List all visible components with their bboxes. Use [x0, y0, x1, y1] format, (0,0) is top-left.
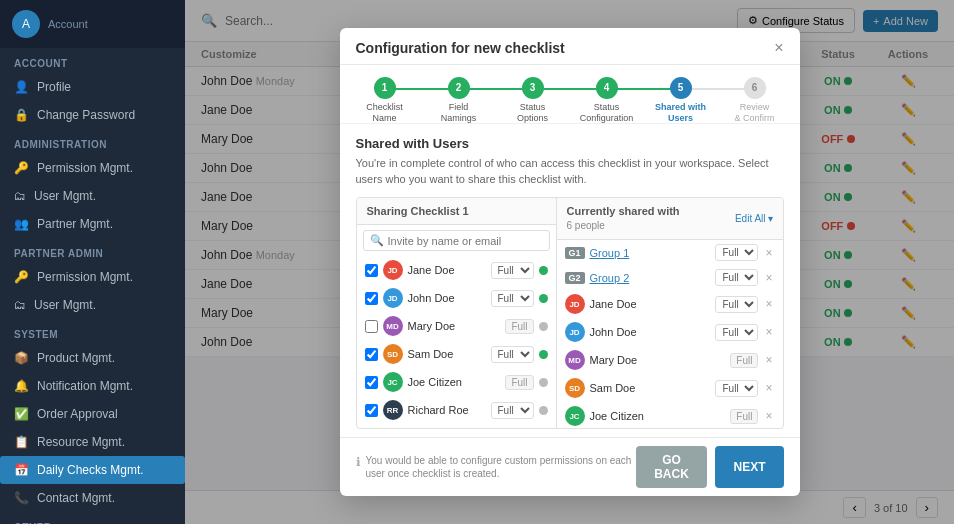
sidebar: A Account ACCOUNT 👤 Profile 🔒 Change Pas…	[0, 0, 185, 524]
joe-remove-button[interactable]: ×	[763, 409, 774, 423]
jane-perm-select[interactable]: Full	[491, 262, 534, 279]
right-col-header: Currently shared with 6 people Edit All …	[557, 198, 783, 240]
sam-remove-button[interactable]: ×	[763, 381, 774, 395]
john-right-perm-select[interactable]: Full	[715, 324, 758, 341]
key-icon: 🔑	[14, 161, 29, 175]
user-name: Jane Doe	[590, 298, 711, 310]
jane-checkbox[interactable]	[365, 264, 378, 277]
green-indicator	[539, 350, 548, 359]
step-3-label: StatusOptions	[517, 102, 548, 124]
step-3-circle: 3	[522, 77, 544, 99]
step-2-circle: 2	[448, 77, 470, 99]
step-1-label: ChecklistName	[366, 102, 403, 124]
joe-checkbox[interactable]	[365, 376, 378, 389]
sidebar-user-mgmt-2-label: User Mgmt.	[34, 298, 96, 312]
list-item: MD Mary Doe Full	[357, 312, 556, 340]
group1-name[interactable]: Group 1	[590, 247, 711, 259]
modal-overlay: Configuration for new checklist × 1 Chec…	[185, 0, 954, 524]
sidebar-item-product-mgmt[interactable]: 📦 Product Mgmt.	[0, 344, 185, 372]
richard-perm-select[interactable]: Full	[491, 402, 534, 419]
bell-icon: 🔔	[14, 379, 29, 393]
list-item: JD Jane Doe Full	[357, 256, 556, 284]
step-5: 5 Shared withUsers	[644, 77, 718, 124]
footer-note-text: You would be able to configure custom pe…	[366, 454, 636, 480]
group1-label: G1	[565, 247, 585, 259]
system-section-title: SYSTEM	[0, 319, 185, 344]
administration-section: ADMINISTRATION 🔑 Permission Mgmt. 🗂 User…	[0, 129, 185, 238]
step-3: 3 StatusOptions	[496, 77, 570, 124]
edit-all-button[interactable]: Edit All ▾	[735, 213, 773, 224]
sidebar-item-profile[interactable]: 👤 Profile	[0, 73, 185, 101]
avatar: SD	[565, 378, 585, 398]
green-indicator	[539, 266, 548, 275]
sidebar-permission-mgmt-label: Permission Mgmt.	[37, 161, 133, 175]
joe-right-perm-badge: Full	[730, 409, 758, 424]
sam-checkbox[interactable]	[365, 348, 378, 361]
list-item: JC Joe Citizen Full ×	[557, 402, 783, 428]
sidebar-item-resource-mgmt[interactable]: 📋 Resource Mgmt.	[0, 428, 185, 456]
search-wrapper: 🔍	[357, 225, 556, 256]
shared-with-users-title: Shared with Users	[356, 136, 784, 151]
sidebar-item-partner-mgmt[interactable]: 👥 Partner Mgmt.	[0, 210, 185, 238]
jane-remove-button[interactable]: ×	[763, 297, 774, 311]
avatar: RR	[383, 400, 403, 420]
left-col-header: Sharing Checklist 1	[357, 198, 556, 225]
green-indicator	[539, 294, 548, 303]
sidebar-item-notification-mgmt[interactable]: 🔔 Notification Mgmt.	[0, 372, 185, 400]
info-icon: ℹ	[356, 455, 361, 469]
grey-indicator	[539, 322, 548, 331]
main-content: 🔍 ⚙ Configure Status + Add New Customize…	[185, 0, 954, 524]
account-section-title: ACCOUNT	[0, 48, 185, 73]
group2-label: G2	[565, 272, 585, 284]
go-back-button[interactable]: GO BACK	[636, 446, 708, 488]
group2-remove-button[interactable]: ×	[763, 271, 774, 285]
step-4-circle: 4	[596, 77, 618, 99]
partner-admin-section-title: PARTNER ADMIN	[0, 238, 185, 263]
sidebar-item-user-mgmt-admin[interactable]: 🗂 User Mgmt.	[0, 182, 185, 210]
step-4-label: StatusConfiguration	[580, 102, 634, 124]
sidebar-logo-icon: A	[12, 10, 40, 38]
group2-name[interactable]: Group 2	[590, 272, 711, 284]
folder2-icon: 🗂	[14, 298, 26, 312]
sidebar-item-change-password[interactable]: 🔒 Change Password	[0, 101, 185, 129]
sidebar-item-permission-mgmt-2[interactable]: 🔑 Permission Mgmt.	[0, 263, 185, 291]
avatar: JD	[383, 260, 403, 280]
sidebar-partner-mgmt-label: Partner Mgmt.	[37, 217, 113, 231]
john-remove-button[interactable]: ×	[763, 325, 774, 339]
sidebar-item-daily-checks[interactable]: 📅 Daily Checks Mgmt.	[0, 456, 185, 484]
account-section: ACCOUNT 👤 Profile 🔒 Change Password	[0, 48, 185, 129]
richard-checkbox[interactable]	[365, 404, 378, 417]
right-column: Currently shared with 6 people Edit All …	[557, 198, 783, 428]
step-2: 2 FieldNamings	[422, 77, 496, 124]
mary-checkbox[interactable]	[365, 320, 378, 333]
sidebar-item-permission-mgmt[interactable]: 🔑 Permission Mgmt.	[0, 154, 185, 182]
user-name: Jane Doe	[408, 264, 486, 276]
jane-right-perm-select[interactable]: Full	[715, 296, 758, 313]
next-button[interactable]: NEXT	[715, 446, 783, 488]
user-name: Mary Doe	[408, 320, 501, 332]
sam-perm-select[interactable]: Full	[491, 346, 534, 363]
sidebar-top: A Account	[0, 0, 185, 48]
sidebar-account-label: Account	[48, 18, 88, 30]
sidebar-item-contact-mgmt[interactable]: 📞 Contact Mgmt.	[0, 484, 185, 512]
left-user-list: JD Jane Doe Full JD John Doe Full	[357, 256, 556, 428]
modal-header: Configuration for new checklist ×	[340, 28, 800, 65]
john-perm-select[interactable]: Full	[491, 290, 534, 307]
modal-close-button[interactable]: ×	[774, 40, 783, 56]
list-item: SD Sam Doe Full ×	[557, 374, 783, 402]
sidebar-item-user-mgmt-2[interactable]: 🗂 User Mgmt.	[0, 291, 185, 319]
john-checkbox[interactable]	[365, 292, 378, 305]
mary-remove-button[interactable]: ×	[763, 353, 774, 367]
sam-right-perm-select[interactable]: Full	[715, 380, 758, 397]
group2-perm-select[interactable]: Full	[715, 269, 758, 286]
invite-search-input[interactable]	[388, 235, 543, 247]
user-name: Mary Doe	[590, 354, 726, 366]
avatar: SD	[383, 344, 403, 364]
shared-with-users-desc: You're in complete control of who can ac…	[356, 156, 784, 187]
group1-remove-button[interactable]: ×	[763, 246, 774, 260]
sidebar-item-order-approval[interactable]: ✅ Order Approval	[0, 400, 185, 428]
avatar: JD	[383, 288, 403, 308]
lock-icon: 🔒	[14, 108, 29, 122]
group1-perm-select[interactable]: Full	[715, 244, 758, 261]
avatar: JD	[565, 322, 585, 342]
